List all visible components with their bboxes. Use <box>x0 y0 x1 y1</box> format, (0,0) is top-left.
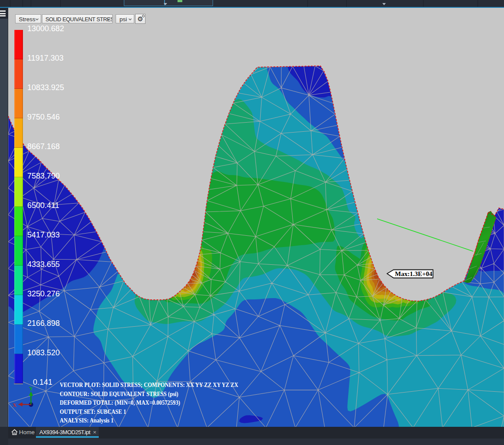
svg-text:Y: Y <box>29 385 33 392</box>
svg-text:Max:1.3E+04: Max:1.3E+04 <box>395 270 433 277</box>
svg-text:X: X <box>13 402 17 408</box>
